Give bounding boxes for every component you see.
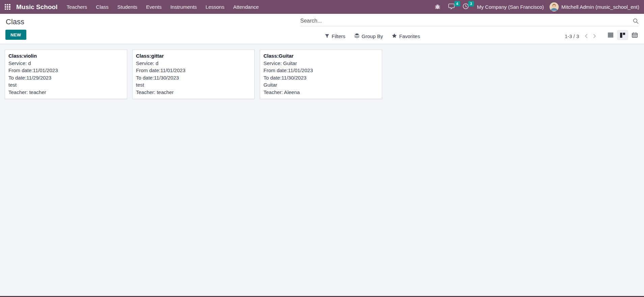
pager-next-button[interactable] [593, 34, 596, 38]
card-title: Class:violin [8, 52, 123, 60]
app-window: Music School Teachers Class Students Eve… [0, 0, 644, 297]
menu-item-attendance[interactable]: Attendance [229, 0, 263, 14]
card-title: Class:Guitar [263, 52, 379, 60]
kanban-view: Class:violin Service: d From date:11/01/… [0, 44, 644, 296]
card-to-date: To date:11/29/2023 [8, 74, 123, 82]
apps-menu-button[interactable] [0, 0, 15, 14]
previous-icon [585, 34, 588, 38]
card-from-date: From date:11/01/2023 [136, 67, 251, 74]
filters-label: Filters [332, 33, 345, 39]
menu-item-instruments[interactable]: Instruments [166, 0, 201, 14]
card-service: Service: d [8, 60, 123, 67]
apps-icon [5, 4, 10, 10]
pager: 1-3 / 3 [565, 32, 596, 40]
list-view-button[interactable] [605, 30, 616, 40]
top-navbar: Music School Teachers Class Students Eve… [0, 0, 644, 14]
messages-icon [448, 3, 455, 11]
menu-item-students[interactable]: Students [113, 0, 142, 14]
user-avatar [550, 2, 559, 11]
card-service: Service: Guitar [263, 60, 379, 67]
card-description: test [8, 81, 123, 89]
favorites-label: Favorites [399, 33, 420, 39]
debug-button[interactable] [431, 0, 444, 14]
menu-item-lessons[interactable]: Lessons [201, 0, 229, 14]
systray: 4 3 My Company (San Francisco) [431, 0, 644, 14]
main-menu: Teachers Class Students Events Instrumen… [62, 0, 263, 14]
filters-icon [325, 33, 329, 39]
card-to-date: To date:11/30/2023 [136, 74, 251, 82]
card-teacher: Teacher: Aleena [263, 89, 379, 96]
bug-icon [435, 3, 441, 11]
menu-item-teachers[interactable]: Teachers [62, 0, 91, 14]
kanban-view-icon [620, 33, 625, 38]
list-view-icon [608, 33, 613, 37]
card-from-date: From date:11/01/2023 [8, 67, 123, 74]
activities-count-badge: 3 [468, 1, 474, 6]
pager-range[interactable]: 1-3 / 3 [565, 33, 579, 39]
user-menu[interactable]: Mitchell Admin (music_school_ent) [548, 2, 641, 11]
user-name: Mitchell Admin (music_school_ent) [561, 4, 639, 10]
card-description: Guitar [263, 81, 379, 89]
card-to-date: To date:11/30/2023 [263, 74, 379, 82]
kanban-card-gittar[interactable]: Class:gittar Service: d From date:11/01/… [132, 50, 255, 99]
group-by-label: Group By [362, 33, 383, 39]
card-title: Class:gittar [136, 52, 251, 60]
filters-dropdown[interactable]: Filters [325, 33, 345, 39]
search-icon [633, 18, 639, 24]
pager-nav [585, 34, 596, 38]
calendar-view-button[interactable] [629, 30, 640, 40]
company-switcher[interactable]: My Company (San Francisco) [473, 4, 548, 10]
favorites-dropdown[interactable]: Favorites [392, 33, 420, 39]
menu-item-events[interactable]: Events [142, 0, 166, 14]
activities-button[interactable]: 3 [459, 0, 473, 14]
search-bar [300, 16, 639, 26]
card-teacher: Teacher: teacher [136, 89, 251, 96]
pager-previous-button[interactable] [585, 34, 588, 38]
calendar-view-icon [632, 32, 638, 38]
messages-button[interactable]: 4 [444, 0, 459, 14]
view-switcher [605, 30, 640, 40]
card-from-date: From date:11/01/2023 [263, 67, 379, 74]
favorites-star-icon [392, 33, 397, 39]
group-by-icon [355, 33, 359, 39]
control-panel: Class NEW Filters [0, 14, 644, 44]
next-icon [593, 34, 596, 38]
new-record-button[interactable]: NEW [5, 30, 26, 40]
card-teacher: Teacher: teacher [8, 89, 123, 96]
page-title: Class [6, 18, 24, 26]
menu-item-class[interactable]: Class [91, 0, 113, 14]
activities-clock-icon [463, 3, 469, 11]
card-service: Service: d [136, 60, 251, 67]
search-input[interactable] [300, 18, 630, 24]
kanban-view-button[interactable] [617, 30, 628, 40]
group-by-dropdown[interactable]: Group By [355, 33, 383, 39]
card-description: test [136, 81, 251, 89]
kanban-card-guitar[interactable]: Class:Guitar Service: Guitar From date:1… [260, 50, 382, 99]
app-brand[interactable]: Music School [15, 3, 62, 11]
kanban-card-violin[interactable]: Class:violin Service: d From date:11/01/… [5, 50, 127, 99]
search-options: Filters Group By Favorit [325, 32, 420, 40]
